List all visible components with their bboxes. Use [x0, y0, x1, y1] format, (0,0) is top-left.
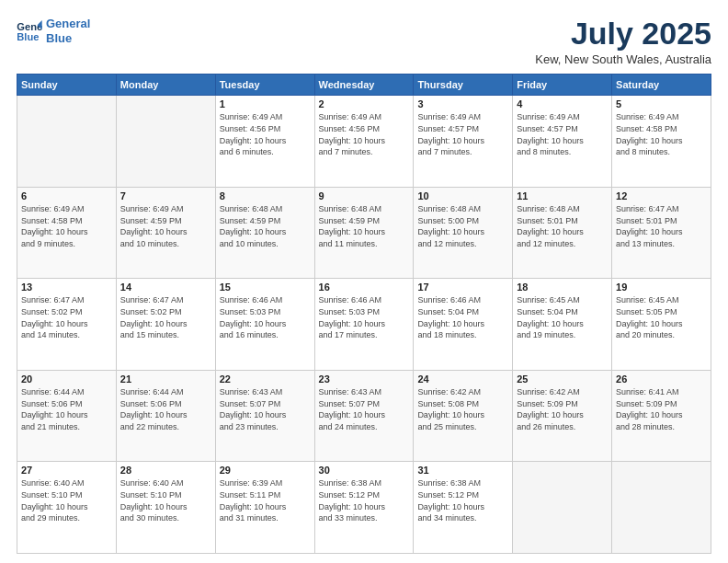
calendar-cell [116, 96, 215, 188]
day-info: Sunrise: 6:48 AM Sunset: 4:59 PM Dayligh… [220, 203, 311, 249]
calendar-header-row: SundayMondayTuesdayWednesdayThursdayFrid… [17, 75, 711, 96]
title-block: July 2025 Kew, New South Wales, Australi… [535, 17, 711, 66]
day-number: 10 [417, 190, 508, 201]
day-info: Sunrise: 6:38 AM Sunset: 5:12 PM Dayligh… [319, 477, 410, 523]
calendar-cell: 6Sunrise: 6:49 AM Sunset: 4:58 PM Daylig… [17, 187, 117, 279]
col-header-friday: Friday [513, 75, 612, 96]
calendar-cell: 16Sunrise: 6:46 AM Sunset: 5:03 PM Dayli… [314, 279, 414, 371]
week-row-5: 27Sunrise: 6:40 AM Sunset: 5:10 PM Dayli… [17, 462, 711, 554]
header: General Blue General Blue July 2025 Kew,… [17, 17, 711, 66]
day-info: Sunrise: 6:47 AM Sunset: 5:01 PM Dayligh… [616, 203, 707, 249]
day-number: 20 [21, 373, 112, 385]
calendar-cell [17, 96, 117, 188]
logo-text: General Blue [46, 17, 90, 45]
day-number: 25 [517, 373, 608, 385]
day-info: Sunrise: 6:45 AM Sunset: 5:05 PM Dayligh… [616, 294, 707, 340]
day-info: Sunrise: 6:41 AM Sunset: 5:09 PM Dayligh… [616, 386, 707, 432]
day-info: Sunrise: 6:48 AM Sunset: 5:00 PM Dayligh… [417, 203, 508, 249]
week-row-1: 1Sunrise: 6:49 AM Sunset: 4:56 PM Daylig… [17, 96, 711, 188]
day-info: Sunrise: 6:43 AM Sunset: 5:07 PM Dayligh… [220, 386, 311, 432]
calendar-cell: 1Sunrise: 6:49 AM Sunset: 4:56 PM Daylig… [215, 96, 314, 188]
logo-icon: General Blue [17, 20, 42, 42]
day-info: Sunrise: 6:49 AM Sunset: 4:57 PM Dayligh… [417, 111, 508, 157]
day-number: 13 [21, 282, 112, 293]
calendar-cell: 19Sunrise: 6:45 AM Sunset: 5:05 PM Dayli… [612, 279, 711, 371]
day-number: 9 [319, 190, 410, 201]
col-header-tuesday: Tuesday [215, 75, 314, 96]
calendar-cell: 15Sunrise: 6:46 AM Sunset: 5:03 PM Dayli… [215, 279, 314, 371]
day-info: Sunrise: 6:39 AM Sunset: 5:11 PM Dayligh… [220, 477, 311, 523]
svg-text:Blue: Blue [17, 31, 39, 42]
day-number: 19 [616, 282, 707, 293]
calendar-cell: 9Sunrise: 6:48 AM Sunset: 4:59 PM Daylig… [314, 187, 414, 279]
calendar-cell [612, 462, 711, 554]
day-info: Sunrise: 6:48 AM Sunset: 5:01 PM Dayligh… [517, 203, 608, 249]
day-info: Sunrise: 6:44 AM Sunset: 5:06 PM Dayligh… [120, 386, 211, 432]
calendar-cell: 10Sunrise: 6:48 AM Sunset: 5:00 PM Dayli… [414, 187, 513, 279]
calendar-cell: 21Sunrise: 6:44 AM Sunset: 5:06 PM Dayli… [116, 370, 215, 462]
col-header-sunday: Sunday [17, 75, 117, 96]
week-row-3: 13Sunrise: 6:47 AM Sunset: 5:02 PM Dayli… [17, 279, 711, 371]
week-row-4: 20Sunrise: 6:44 AM Sunset: 5:06 PM Dayli… [17, 370, 711, 462]
col-header-monday: Monday [116, 75, 215, 96]
calendar-cell: 29Sunrise: 6:39 AM Sunset: 5:11 PM Dayli… [215, 462, 314, 554]
day-info: Sunrise: 6:49 AM Sunset: 4:58 PM Dayligh… [616, 111, 707, 157]
calendar-cell: 25Sunrise: 6:42 AM Sunset: 5:09 PM Dayli… [513, 370, 612, 462]
calendar-cell: 24Sunrise: 6:42 AM Sunset: 5:08 PM Dayli… [414, 370, 513, 462]
day-info: Sunrise: 6:49 AM Sunset: 4:56 PM Dayligh… [220, 111, 311, 157]
day-info: Sunrise: 6:42 AM Sunset: 5:08 PM Dayligh… [417, 386, 508, 432]
day-number: 15 [220, 282, 311, 293]
col-header-thursday: Thursday [414, 75, 513, 96]
logo-line1: General [46, 17, 90, 30]
logo-line2: Blue [46, 31, 72, 45]
day-info: Sunrise: 6:46 AM Sunset: 5:03 PM Dayligh… [220, 294, 311, 340]
day-info: Sunrise: 6:40 AM Sunset: 5:10 PM Dayligh… [120, 477, 211, 523]
day-number: 23 [319, 373, 410, 385]
day-info: Sunrise: 6:40 AM Sunset: 5:10 PM Dayligh… [21, 477, 112, 523]
day-info: Sunrise: 6:49 AM Sunset: 4:58 PM Dayligh… [21, 203, 112, 249]
logo: General Blue General Blue [17, 17, 90, 45]
day-number: 24 [417, 373, 508, 385]
week-row-2: 6Sunrise: 6:49 AM Sunset: 4:58 PM Daylig… [17, 187, 711, 279]
day-info: Sunrise: 6:38 AM Sunset: 5:12 PM Dayligh… [417, 477, 508, 523]
day-info: Sunrise: 6:49 AM Sunset: 4:57 PM Dayligh… [517, 111, 608, 157]
day-number: 29 [220, 465, 311, 476]
day-number: 21 [120, 373, 211, 385]
day-number: 27 [21, 465, 112, 476]
day-number: 17 [417, 282, 508, 293]
day-number: 3 [417, 98, 508, 109]
calendar-cell: 11Sunrise: 6:48 AM Sunset: 5:01 PM Dayli… [513, 187, 612, 279]
day-number: 4 [517, 98, 608, 109]
day-number: 5 [616, 98, 707, 109]
calendar-cell: 13Sunrise: 6:47 AM Sunset: 5:02 PM Dayli… [17, 279, 117, 371]
calendar-cell: 20Sunrise: 6:44 AM Sunset: 5:06 PM Dayli… [17, 370, 117, 462]
calendar-cell: 4Sunrise: 6:49 AM Sunset: 4:57 PM Daylig… [513, 96, 612, 188]
day-number: 2 [319, 98, 410, 109]
day-number: 14 [120, 282, 211, 293]
calendar-cell: 3Sunrise: 6:49 AM Sunset: 4:57 PM Daylig… [414, 96, 513, 188]
day-info: Sunrise: 6:47 AM Sunset: 5:02 PM Dayligh… [21, 294, 112, 340]
day-info: Sunrise: 6:44 AM Sunset: 5:06 PM Dayligh… [21, 386, 112, 432]
day-info: Sunrise: 6:48 AM Sunset: 4:59 PM Dayligh… [319, 203, 410, 249]
day-number: 30 [319, 465, 410, 476]
calendar-table: SundayMondayTuesdayWednesdayThursdayFrid… [17, 74, 711, 554]
day-number: 11 [517, 190, 608, 201]
col-header-wednesday: Wednesday [314, 75, 414, 96]
day-number: 31 [417, 465, 508, 476]
day-number: 12 [616, 190, 707, 201]
day-info: Sunrise: 6:49 AM Sunset: 4:56 PM Dayligh… [319, 111, 410, 157]
day-info: Sunrise: 6:46 AM Sunset: 5:04 PM Dayligh… [417, 294, 508, 340]
day-number: 6 [21, 190, 112, 201]
day-number: 28 [120, 465, 211, 476]
main-title: July 2025 [535, 17, 711, 51]
calendar-cell: 26Sunrise: 6:41 AM Sunset: 5:09 PM Dayli… [612, 370, 711, 462]
page: General Blue General Blue July 2025 Kew,… [0, 0, 728, 563]
day-number: 1 [220, 98, 311, 109]
day-info: Sunrise: 6:49 AM Sunset: 4:59 PM Dayligh… [120, 203, 211, 249]
calendar-cell: 22Sunrise: 6:43 AM Sunset: 5:07 PM Dayli… [215, 370, 314, 462]
col-header-saturday: Saturday [612, 75, 711, 96]
calendar-cell: 17Sunrise: 6:46 AM Sunset: 5:04 PM Dayli… [414, 279, 513, 371]
calendar-cell: 8Sunrise: 6:48 AM Sunset: 4:59 PM Daylig… [215, 187, 314, 279]
day-info: Sunrise: 6:45 AM Sunset: 5:04 PM Dayligh… [517, 294, 608, 340]
day-info: Sunrise: 6:46 AM Sunset: 5:03 PM Dayligh… [319, 294, 410, 340]
